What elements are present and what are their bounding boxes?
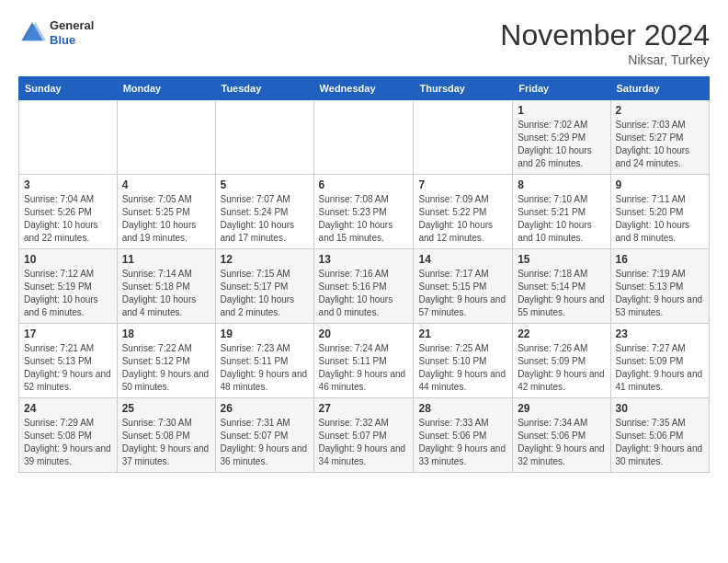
day-info: Sunrise: 7:04 AM Sunset: 5:26 PM Dayligh… xyxy=(24,193,112,245)
calendar-cell: 7Sunrise: 7:09 AM Sunset: 5:22 PM Daylig… xyxy=(414,175,513,249)
day-number: 8 xyxy=(518,178,605,191)
page-header: General Blue November 2024 Niksar, Turke… xyxy=(18,18,710,67)
day-info: Sunrise: 7:34 AM Sunset: 5:06 PM Dayligh… xyxy=(518,417,605,468)
day-info: Sunrise: 7:12 AM Sunset: 5:19 PM Dayligh… xyxy=(24,268,112,319)
day-info: Sunrise: 7:07 AM Sunset: 5:24 PM Dayligh… xyxy=(221,193,309,245)
calendar-cell xyxy=(117,100,215,175)
calendar-cell: 6Sunrise: 7:08 AM Sunset: 5:23 PM Daylig… xyxy=(313,175,414,249)
calendar-cell: 18Sunrise: 7:22 AM Sunset: 5:12 PM Dayli… xyxy=(117,324,215,398)
calendar-cell: 16Sunrise: 7:19 AM Sunset: 5:13 PM Dayli… xyxy=(610,249,709,324)
day-info: Sunrise: 7:16 AM Sunset: 5:16 PM Dayligh… xyxy=(319,268,409,319)
calendar-cell: 8Sunrise: 7:10 AM Sunset: 5:21 PM Daylig… xyxy=(513,175,610,249)
calendar-cell xyxy=(215,100,313,175)
day-number: 25 xyxy=(122,402,210,415)
day-info: Sunrise: 7:24 AM Sunset: 5:11 PM Dayligh… xyxy=(319,342,409,394)
day-info: Sunrise: 7:15 AM Sunset: 5:17 PM Dayligh… xyxy=(221,268,309,319)
day-number: 6 xyxy=(319,178,409,191)
day-info: Sunrise: 7:22 AM Sunset: 5:12 PM Dayligh… xyxy=(122,342,210,394)
day-info: Sunrise: 7:29 AM Sunset: 5:08 PM Dayligh… xyxy=(24,417,112,468)
weekday-header: Thursday xyxy=(414,77,513,100)
location: Niksar, Turkey xyxy=(500,52,710,67)
calendar-cell: 27Sunrise: 7:32 AM Sunset: 5:07 PM Dayli… xyxy=(313,398,414,473)
calendar-cell xyxy=(313,100,414,175)
logo: General Blue xyxy=(18,18,94,47)
calendar-cell: 26Sunrise: 7:31 AM Sunset: 5:07 PM Dayli… xyxy=(215,398,313,473)
day-number: 2 xyxy=(616,104,704,117)
calendar-cell: 15Sunrise: 7:18 AM Sunset: 5:14 PM Dayli… xyxy=(513,249,610,324)
calendar-cell xyxy=(19,100,118,175)
day-info: Sunrise: 7:26 AM Sunset: 5:09 PM Dayligh… xyxy=(518,342,605,394)
day-info: Sunrise: 7:03 AM Sunset: 5:27 PM Dayligh… xyxy=(616,119,704,170)
day-info: Sunrise: 7:25 AM Sunset: 5:10 PM Dayligh… xyxy=(418,342,507,394)
day-info: Sunrise: 7:35 AM Sunset: 5:06 PM Dayligh… xyxy=(616,417,704,468)
day-number: 13 xyxy=(319,253,409,266)
day-number: 10 xyxy=(24,253,112,266)
day-number: 5 xyxy=(221,178,309,191)
calendar-cell: 13Sunrise: 7:16 AM Sunset: 5:16 PM Dayli… xyxy=(313,249,414,324)
day-number: 9 xyxy=(616,178,704,191)
day-number: 28 xyxy=(418,402,507,415)
day-info: Sunrise: 7:14 AM Sunset: 5:18 PM Dayligh… xyxy=(122,268,210,319)
day-number: 12 xyxy=(221,253,309,266)
day-number: 30 xyxy=(616,402,704,415)
day-info: Sunrise: 7:10 AM Sunset: 5:21 PM Dayligh… xyxy=(518,193,605,245)
day-number: 11 xyxy=(122,253,210,266)
calendar-cell: 2Sunrise: 7:03 AM Sunset: 5:27 PM Daylig… xyxy=(610,100,709,175)
calendar-cell: 24Sunrise: 7:29 AM Sunset: 5:08 PM Dayli… xyxy=(19,398,118,473)
calendar-week-row: 1Sunrise: 7:02 AM Sunset: 5:29 PM Daylig… xyxy=(19,100,710,175)
calendar-cell: 12Sunrise: 7:15 AM Sunset: 5:17 PM Dayli… xyxy=(215,249,313,324)
weekday-header: Tuesday xyxy=(215,77,313,100)
day-info: Sunrise: 7:33 AM Sunset: 5:06 PM Dayligh… xyxy=(418,417,507,468)
day-info: Sunrise: 7:02 AM Sunset: 5:29 PM Dayligh… xyxy=(518,119,605,170)
day-number: 14 xyxy=(418,253,507,266)
calendar-week-row: 17Sunrise: 7:21 AM Sunset: 5:13 PM Dayli… xyxy=(19,324,710,398)
day-number: 23 xyxy=(616,327,704,340)
calendar-cell: 9Sunrise: 7:11 AM Sunset: 5:20 PM Daylig… xyxy=(610,175,709,249)
day-number: 4 xyxy=(122,178,210,191)
day-info: Sunrise: 7:32 AM Sunset: 5:07 PM Dayligh… xyxy=(319,417,409,468)
calendar-cell: 23Sunrise: 7:27 AM Sunset: 5:09 PM Dayli… xyxy=(610,324,709,398)
calendar-cell: 3Sunrise: 7:04 AM Sunset: 5:26 PM Daylig… xyxy=(19,175,118,249)
day-info: Sunrise: 7:30 AM Sunset: 5:08 PM Dayligh… xyxy=(122,417,210,468)
calendar-cell: 17Sunrise: 7:21 AM Sunset: 5:13 PM Dayli… xyxy=(19,324,118,398)
weekday-header: Sunday xyxy=(19,77,118,100)
weekday-header: Monday xyxy=(117,77,215,100)
day-info: Sunrise: 7:23 AM Sunset: 5:11 PM Dayligh… xyxy=(221,342,309,394)
day-info: Sunrise: 7:19 AM Sunset: 5:13 PM Dayligh… xyxy=(616,268,704,319)
calendar-table: SundayMondayTuesdayWednesdayThursdayFrid… xyxy=(18,76,710,473)
calendar-cell: 22Sunrise: 7:26 AM Sunset: 5:09 PM Dayli… xyxy=(513,324,610,398)
calendar-cell: 10Sunrise: 7:12 AM Sunset: 5:19 PM Dayli… xyxy=(19,249,118,324)
calendar-cell xyxy=(414,100,513,175)
day-number: 27 xyxy=(319,402,409,415)
weekday-header: Friday xyxy=(513,77,610,100)
title-block: November 2024 Niksar, Turkey xyxy=(500,18,710,67)
day-number: 24 xyxy=(24,402,112,415)
day-number: 29 xyxy=(518,402,605,415)
calendar-cell: 19Sunrise: 7:23 AM Sunset: 5:11 PM Dayli… xyxy=(215,324,313,398)
day-number: 19 xyxy=(221,327,309,340)
day-number: 16 xyxy=(616,253,704,266)
calendar-cell: 21Sunrise: 7:25 AM Sunset: 5:10 PM Dayli… xyxy=(414,324,513,398)
day-info: Sunrise: 7:17 AM Sunset: 5:15 PM Dayligh… xyxy=(418,268,507,319)
day-number: 18 xyxy=(122,327,210,340)
calendar-cell: 11Sunrise: 7:14 AM Sunset: 5:18 PM Dayli… xyxy=(117,249,215,324)
logo-blue: Blue xyxy=(50,33,94,48)
day-info: Sunrise: 7:31 AM Sunset: 5:07 PM Dayligh… xyxy=(221,417,309,468)
weekday-header: Saturday xyxy=(610,77,709,100)
day-number: 20 xyxy=(319,327,409,340)
logo-text: General Blue xyxy=(50,18,94,47)
calendar-cell: 28Sunrise: 7:33 AM Sunset: 5:06 PM Dayli… xyxy=(414,398,513,473)
day-info: Sunrise: 7:21 AM Sunset: 5:13 PM Dayligh… xyxy=(24,342,112,394)
header-row: SundayMondayTuesdayWednesdayThursdayFrid… xyxy=(19,77,710,100)
day-number: 17 xyxy=(24,327,112,340)
day-number: 21 xyxy=(418,327,507,340)
calendar-cell: 5Sunrise: 7:07 AM Sunset: 5:24 PM Daylig… xyxy=(215,175,313,249)
day-number: 15 xyxy=(518,253,605,266)
day-info: Sunrise: 7:18 AM Sunset: 5:14 PM Dayligh… xyxy=(518,268,605,319)
calendar-cell: 14Sunrise: 7:17 AM Sunset: 5:15 PM Dayli… xyxy=(414,249,513,324)
day-number: 26 xyxy=(221,402,309,415)
day-number: 7 xyxy=(418,178,507,191)
day-number: 3 xyxy=(24,178,112,191)
month-title: November 2024 xyxy=(500,18,710,52)
calendar-cell: 1Sunrise: 7:02 AM Sunset: 5:29 PM Daylig… xyxy=(513,100,610,175)
